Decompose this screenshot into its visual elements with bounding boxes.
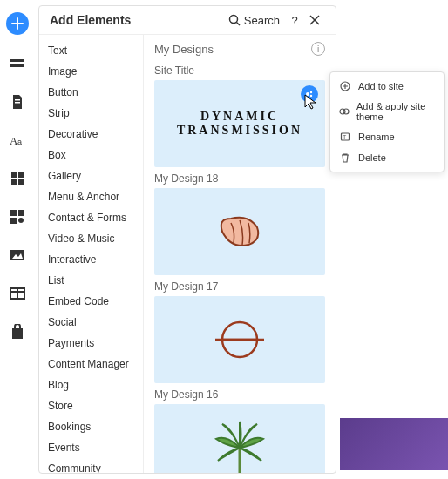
design-card[interactable] bbox=[154, 296, 325, 383]
image-icon[interactable] bbox=[8, 246, 27, 265]
category-item[interactable]: Content Manager bbox=[39, 354, 143, 374]
puzzle-icon[interactable] bbox=[8, 207, 27, 226]
cursor-icon bbox=[304, 94, 316, 110]
design-card[interactable] bbox=[154, 404, 325, 473]
svg-rect-1 bbox=[10, 64, 24, 67]
rename-icon: T bbox=[339, 131, 351, 143]
context-menu-item[interactable]: TRename bbox=[330, 126, 444, 147]
trash-icon bbox=[339, 152, 351, 164]
add-elements-panel: Add Elements Search ? TextImageButtonStr… bbox=[38, 5, 336, 474]
category-item[interactable]: Decorative bbox=[39, 124, 143, 145]
category-item[interactable]: Gallery bbox=[39, 165, 143, 186]
context-menu-item[interactable]: Add & apply site theme bbox=[330, 97, 444, 126]
category-item[interactable]: Payments bbox=[39, 333, 143, 354]
svg-rect-9 bbox=[18, 179, 24, 185]
context-menu-item[interactable]: Add to site bbox=[330, 76, 444, 97]
category-item[interactable]: List bbox=[39, 270, 143, 291]
category-item[interactable]: Image bbox=[39, 61, 143, 82]
svg-rect-12 bbox=[10, 218, 17, 224]
category-item[interactable]: Video & Music bbox=[39, 228, 143, 249]
category-item[interactable]: Contact & Forms bbox=[39, 207, 143, 228]
svg-point-13 bbox=[18, 218, 24, 223]
info-icon[interactable]: i bbox=[311, 42, 325, 56]
svg-rect-14 bbox=[10, 250, 24, 260]
design-card[interactable] bbox=[154, 188, 325, 275]
category-item[interactable]: Menu & Anchor bbox=[39, 186, 143, 207]
category-item[interactable]: Interactive bbox=[39, 249, 143, 270]
category-item[interactable]: Button bbox=[39, 82, 143, 103]
bag-icon[interactable] bbox=[8, 322, 27, 341]
help-button[interactable]: ? bbox=[287, 14, 302, 27]
svg-rect-2 bbox=[15, 99, 20, 101]
svg-rect-6 bbox=[11, 172, 17, 178]
category-item[interactable]: Bookings bbox=[39, 416, 143, 437]
context-menu-item[interactable]: Delete bbox=[330, 147, 444, 168]
search-label: Search bbox=[244, 14, 280, 27]
svg-point-22 bbox=[310, 91, 312, 93]
design-label: Site Title bbox=[154, 64, 325, 77]
svg-point-19 bbox=[229, 16, 237, 24]
svg-rect-3 bbox=[15, 102, 20, 104]
design-card[interactable]: DYNAMICTRANSMISSION bbox=[154, 80, 325, 167]
svg-rect-10 bbox=[10, 210, 17, 216]
section-title: My Designs bbox=[154, 43, 214, 56]
designs-content: My Designs i Site TitleDYNAMICTRANSMISSI… bbox=[144, 35, 336, 473]
design-context-menu: Add to siteAdd & apply site themeTRename… bbox=[329, 71, 445, 172]
font-icon[interactable]: Aa bbox=[8, 131, 27, 150]
design-label: My Design 17 bbox=[154, 280, 325, 293]
context-menu-label: Rename bbox=[358, 132, 395, 142]
panel-title: Add Elements bbox=[50, 13, 221, 27]
table-icon[interactable] bbox=[8, 284, 27, 303]
plus-circle-icon bbox=[339, 80, 351, 92]
context-menu-label: Add to site bbox=[358, 81, 404, 91]
svg-rect-7 bbox=[18, 172, 24, 178]
category-item[interactable]: Social bbox=[39, 312, 143, 333]
category-list: TextImageButtonStripDecorativeBoxGallery… bbox=[39, 35, 144, 473]
svg-line-20 bbox=[236, 23, 240, 26]
category-item[interactable]: Strip bbox=[39, 103, 143, 124]
theme-icon bbox=[339, 105, 350, 118]
panel-header: Add Elements Search ? bbox=[39, 6, 336, 35]
category-item[interactable]: Text bbox=[39, 40, 143, 61]
design-label: My Design 16 bbox=[154, 388, 325, 401]
category-item[interactable]: Embed Code bbox=[39, 291, 143, 312]
layers-icon[interactable] bbox=[8, 54, 27, 73]
svg-rect-11 bbox=[18, 210, 24, 216]
design-label: My Design 18 bbox=[154, 172, 325, 185]
category-item[interactable]: Store bbox=[39, 395, 143, 416]
svg-point-28 bbox=[343, 109, 349, 114]
add-icon[interactable] bbox=[6, 12, 29, 35]
search-icon bbox=[228, 14, 241, 26]
category-item[interactable]: Box bbox=[39, 145, 143, 165]
background-decoration bbox=[340, 418, 448, 470]
close-button[interactable] bbox=[309, 15, 325, 25]
section-header: My Designs i bbox=[154, 42, 325, 56]
svg-rect-8 bbox=[11, 179, 17, 185]
search-button[interactable]: Search bbox=[228, 14, 280, 27]
category-item[interactable]: Blog bbox=[39, 374, 143, 395]
svg-text:a: a bbox=[17, 138, 22, 146]
left-icon-bar: Aa bbox=[0, 0, 35, 479]
svg-text:T: T bbox=[343, 134, 347, 140]
category-item[interactable]: Community bbox=[39, 458, 143, 473]
grid-icon[interactable] bbox=[8, 169, 27, 188]
svg-rect-0 bbox=[10, 59, 24, 62]
close-icon bbox=[309, 15, 320, 25]
context-menu-label: Add & apply site theme bbox=[356, 101, 435, 122]
context-menu-label: Delete bbox=[358, 152, 386, 163]
category-item[interactable]: Events bbox=[39, 437, 143, 458]
page-icon[interactable] bbox=[8, 92, 27, 111]
